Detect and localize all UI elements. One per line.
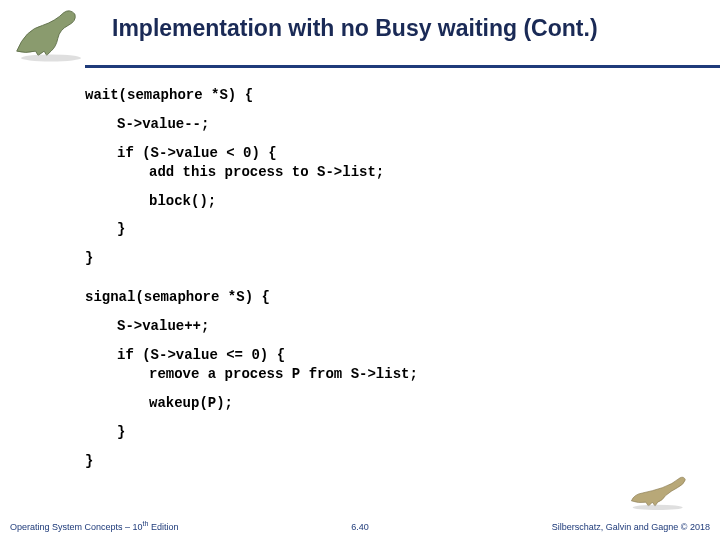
copyright-text: Silberschatz, Galvin and Gagne © 2018 bbox=[552, 522, 710, 532]
slide-header: Implementation with no Busy waiting (Con… bbox=[0, 0, 720, 68]
svg-point-0 bbox=[21, 55, 81, 62]
code-line: wakeup(P); bbox=[85, 394, 720, 413]
code-line: signal(semaphore *S) { bbox=[85, 288, 720, 307]
code-line: if (S->value < 0) { bbox=[85, 144, 720, 163]
code-block: wait(semaphore *S) { S->value--; if (S->… bbox=[0, 68, 720, 470]
code-line: } bbox=[85, 249, 720, 268]
slide-title: Implementation with no Busy waiting (Con… bbox=[112, 15, 720, 42]
code-line: if (S->value <= 0) { bbox=[85, 346, 720, 365]
code-line: remove a process P from S->list; bbox=[85, 365, 720, 384]
dinosaur-footer-icon bbox=[624, 468, 694, 514]
code-line: S->value--; bbox=[85, 115, 720, 134]
code-line: S->value++; bbox=[85, 317, 720, 336]
footer-edition-suffix: Edition bbox=[148, 522, 178, 532]
dinosaur-logo-icon bbox=[6, 4, 96, 64]
code-line: add this process to S->list; bbox=[85, 163, 720, 182]
footer-left-text: Operating System Concepts – 10th Edition bbox=[10, 520, 178, 532]
header-divider bbox=[85, 65, 720, 68]
svg-point-1 bbox=[633, 505, 683, 510]
code-line: } bbox=[85, 423, 720, 442]
footer-edition-prefix: Operating System Concepts – 10 bbox=[10, 522, 143, 532]
code-line: wait(semaphore *S) { bbox=[85, 86, 720, 105]
code-line: block(); bbox=[85, 192, 720, 211]
slide-footer: Operating System Concepts – 10th Edition… bbox=[0, 514, 720, 534]
slide-number: 6.40 bbox=[351, 522, 369, 532]
code-line: } bbox=[85, 220, 720, 239]
